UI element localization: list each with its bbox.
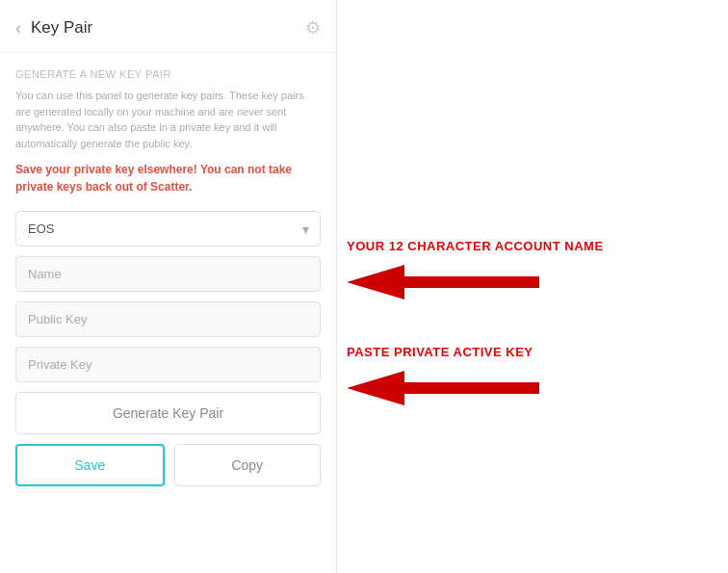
back-button[interactable]: ‹ <box>15 19 21 37</box>
header: ‹ Key Pair ⚙ <box>0 0 336 53</box>
warning-text: Save your private key elsewhere! You can… <box>15 161 321 195</box>
left-panel: ‹ Key Pair ⚙ Generate a new Key Pair You… <box>0 0 337 573</box>
description-text: You can use this panel to generate key p… <box>15 88 321 151</box>
copy-button[interactable]: Copy <box>174 444 322 486</box>
save-button[interactable]: Save <box>15 444 165 486</box>
private-key-input[interactable] <box>15 347 321 382</box>
name-field-group <box>15 256 321 292</box>
header-left: ‹ Key Pair <box>15 18 92 38</box>
annotation-label-1: YOUR 12 CHARACTER ACCOUNT NAME <box>347 239 604 253</box>
section-label: Generate a new Key Pair <box>15 68 321 80</box>
name-input[interactable] <box>15 256 321 292</box>
gear-icon[interactable]: ⚙ <box>305 17 321 39</box>
blockchain-select[interactable]: EOS ETH TRX <box>15 211 321 247</box>
right-panel: YOUR 12 CHARACTER ACCOUNT NAME PASTE PRI… <box>337 0 728 573</box>
annotation-account-name: YOUR 12 CHARACTER ACCOUNT NAME <box>347 239 604 305</box>
action-row: Save Copy <box>15 444 321 486</box>
svg-marker-1 <box>347 265 539 300</box>
arrow-left-2 <box>347 365 549 411</box>
arrow-left-1 <box>347 259 549 305</box>
public-key-input[interactable] <box>15 301 321 337</box>
blockchain-select-wrapper: EOS ETH TRX <box>15 211 321 247</box>
page-title: Key Pair <box>31 18 92 38</box>
annotation-private-key: PASTE PRIVATE ACTIVE KEY <box>347 345 549 411</box>
svg-marker-2 <box>347 371 539 405</box>
blockchain-select-group: EOS ETH TRX <box>15 211 321 247</box>
panel-content: Generate a new Key Pair You can use this… <box>0 53 336 502</box>
private-key-field-group <box>15 347 321 382</box>
generate-key-pair-button[interactable]: Generate Key Pair <box>15 392 321 434</box>
annotation-label-2: PASTE PRIVATE ACTIVE KEY <box>347 345 533 359</box>
public-key-field-group <box>15 301 321 337</box>
